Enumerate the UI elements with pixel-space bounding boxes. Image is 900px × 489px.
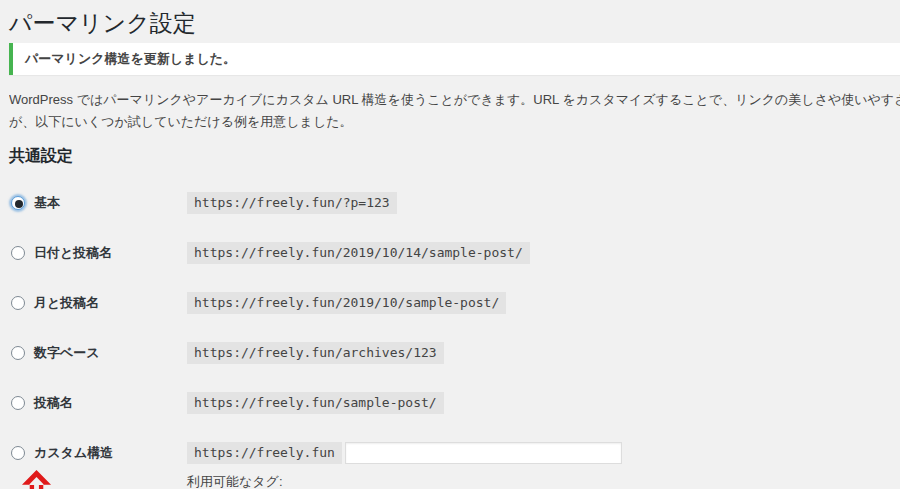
radio-month-name[interactable] <box>11 296 25 310</box>
radio-day-name[interactable] <box>11 246 25 260</box>
option-label[interactable]: 数字ベース <box>34 344 100 362</box>
option-row-plain: 基本 https://freely.fun/?p=123 <box>9 192 900 214</box>
page-title: パーマリンク設定 <box>9 7 900 38</box>
custom-structure-input[interactable] <box>345 442 622 464</box>
option-label-cell: 月と投稿名 <box>9 292 187 312</box>
option-label[interactable]: 日付と投稿名 <box>34 244 112 262</box>
radio-post-name[interactable] <box>11 396 25 410</box>
intro-text: WordPress ではパーマリンクやアーカイブにカスタム URL 構造を使うこ… <box>9 92 900 107</box>
example-url: https://freely.fun/2019/10/sample-post/ <box>187 292 506 314</box>
option-row-numeric: 数字ベース https://freely.fun/archives/123 <box>9 342 900 364</box>
option-label-cell: 基本 <box>9 192 187 212</box>
success-notice: パーマリンク構造を更新しました。 <box>9 43 900 75</box>
permalink-settings-page: { "page": { "title": "パーマリンク設定", "notice… <box>0 0 900 489</box>
option-label[interactable]: カスタム構造 <box>34 444 113 462</box>
option-label[interactable]: 月と投稿名 <box>34 294 99 312</box>
option-row-day-name: 日付と投稿名 https://freely.fun/2019/10/14/sam… <box>9 242 900 264</box>
custom-structure-cell: https://freely.fun 利用可能なタグ: %year%%month… <box>187 442 900 489</box>
option-row-month-name: 月と投稿名 https://freely.fun/2019/10/sample-… <box>9 292 900 314</box>
content-area: パーマリンク設定 パーマリンク構造を更新しました。 WordPress ではパー… <box>0 0 900 489</box>
common-settings-heading: 共通設定 <box>9 145 900 167</box>
option-label-cell: 数字ベース <box>9 342 187 362</box>
success-notice-text: パーマリンク構造を更新しました。 <box>25 50 888 68</box>
option-label[interactable]: 投稿名 <box>34 394 73 412</box>
custom-structure-input-row: https://freely.fun <box>187 442 900 464</box>
example-url: https://freely.fun/?p=123 <box>187 192 397 214</box>
example-url: https://freely.fun/sample-post/ <box>187 392 444 414</box>
intro-paragraph: WordPress ではパーマリンクやアーカイブにカスタム URL 構造を使うこ… <box>9 89 900 133</box>
option-row-post-name: 投稿名 https://freely.fun/sample-post/ <box>9 392 900 414</box>
permalink-options-form: 基本 https://freely.fun/?p=123 日付と投稿名 http… <box>9 192 900 489</box>
option-label-cell: 投稿名 <box>9 392 187 412</box>
option-label-cell: カスタム構造 <box>9 442 187 462</box>
available-tags-label: 利用可能なタグ: <box>187 473 900 489</box>
example-url: https://freely.fun/2019/10/14/sample-pos… <box>187 242 530 264</box>
example-url: https://freely.fun/archives/123 <box>187 342 444 364</box>
option-label[interactable]: 基本 <box>34 194 60 212</box>
option-label-cell: 日付と投稿名 <box>9 242 187 262</box>
intro-line-1: WordPress ではパーマリンクやアーカイブにカスタム URL 構造を使うこ… <box>9 89 900 111</box>
option-row-custom-structure: カスタム構造 https://freely.fun 利用可能なタグ: %year… <box>9 442 900 489</box>
radio-plain[interactable] <box>11 196 25 210</box>
intro-line-2: が、以下にいくつか試していただける例を用意しました。 <box>9 111 900 133</box>
red-up-arrow-annotation-icon <box>21 469 52 489</box>
radio-numeric[interactable] <box>11 346 25 360</box>
custom-structure-prefix: https://freely.fun <box>187 442 342 464</box>
radio-custom-structure[interactable] <box>11 446 25 460</box>
